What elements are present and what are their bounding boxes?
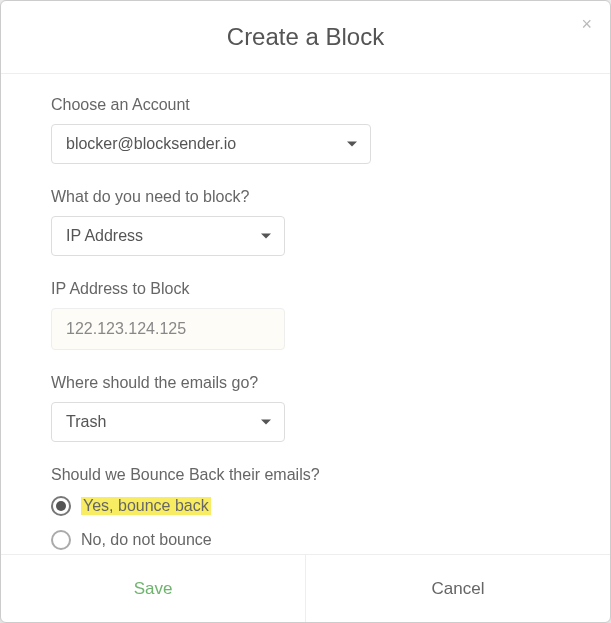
bounce-yes-label: Yes, bounce back xyxy=(81,497,211,515)
caret-down-icon xyxy=(347,142,357,147)
ip-label: IP Address to Block xyxy=(51,280,560,298)
radio-checked-icon xyxy=(51,496,71,516)
block-type-value: IP Address xyxy=(66,227,143,245)
bounce-group: Should we Bounce Back their emails? Yes,… xyxy=(51,466,560,550)
bounce-no-radio[interactable]: No, do not bounce xyxy=(51,530,560,550)
block-type-label: What do you need to block? xyxy=(51,188,560,206)
save-button[interactable]: Save xyxy=(1,555,306,622)
caret-down-icon xyxy=(261,420,271,425)
bounce-yes-radio[interactable]: Yes, bounce back xyxy=(51,496,560,516)
ip-input[interactable] xyxy=(51,308,285,350)
account-select[interactable]: blocker@blocksender.io xyxy=(51,124,371,164)
caret-down-icon xyxy=(261,234,271,239)
radio-unchecked-icon xyxy=(51,530,71,550)
modal-footer: Save Cancel xyxy=(1,554,610,622)
destination-group: Where should the emails go? Trash xyxy=(51,374,560,442)
account-label: Choose an Account xyxy=(51,96,560,114)
modal-body: Choose an Account blocker@blocksender.io… xyxy=(1,74,610,554)
destination-select[interactable]: Trash xyxy=(51,402,285,442)
bounce-no-label: No, do not bounce xyxy=(81,531,212,549)
block-type-group: What do you need to block? IP Address xyxy=(51,188,560,256)
close-button[interactable]: × xyxy=(581,15,592,33)
destination-value: Trash xyxy=(66,413,106,431)
block-type-select[interactable]: IP Address xyxy=(51,216,285,256)
account-value: blocker@blocksender.io xyxy=(66,135,236,153)
cancel-button[interactable]: Cancel xyxy=(306,555,610,622)
destination-label: Where should the emails go? xyxy=(51,374,560,392)
ip-group: IP Address to Block xyxy=(51,280,560,350)
create-block-modal: Create a Block × Choose an Account block… xyxy=(0,0,611,623)
modal-header: Create a Block × xyxy=(1,1,610,74)
modal-title: Create a Block xyxy=(21,23,590,51)
bounce-label: Should we Bounce Back their emails? xyxy=(51,466,560,484)
account-group: Choose an Account blocker@blocksender.io xyxy=(51,96,560,164)
